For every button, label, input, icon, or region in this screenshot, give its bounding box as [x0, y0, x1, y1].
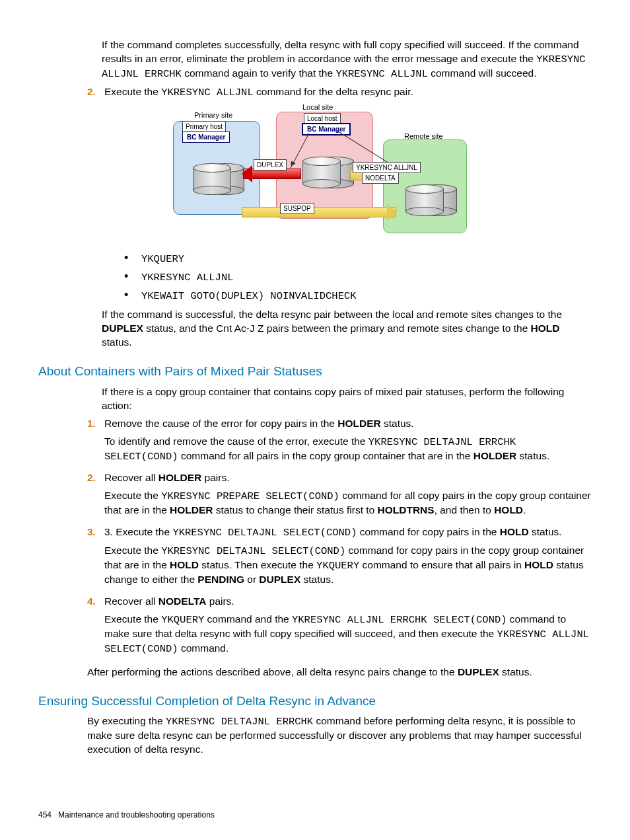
text: . [523, 504, 526, 515]
step-body: Recover all NODELTA pairs. Execute the Y… [104, 595, 592, 660]
code-inline: YKRESYNC DELTAJNL ERRCHK [166, 716, 313, 728]
text: status. Then execute the [199, 559, 316, 570]
bc-manager-local: BC Manager [302, 124, 350, 135]
text: status. [516, 450, 549, 461]
paragraph: After performing the actions described a… [87, 666, 592, 679]
code-line: YKEWAIT GOTO(DUPLEX) NOINVALIDCHECK [141, 289, 357, 303]
status-holder: HOLDER [337, 418, 380, 429]
bullet-list: •YKQUERY •YKRESYNC ALLJNL •YKEWAIT GOTO(… [124, 252, 592, 303]
text: status. [529, 526, 562, 537]
text: 3. Execute the [104, 526, 172, 537]
code-inline: YKRESYNC ALLJNL [161, 87, 254, 98]
cylinder-icon [193, 163, 230, 195]
text: Execute the [104, 86, 161, 97]
step-number: 3. [87, 525, 104, 591]
text: Recover all [104, 595, 158, 607]
text: Execute the [104, 545, 161, 556]
paragraph: If there is a copy group container that … [102, 385, 592, 413]
label-local-host: Local host [304, 113, 341, 125]
text: status to change their status first to [213, 504, 378, 515]
step-body: 3. Execute the YKRESYNC DELTAJNL SELECT(… [104, 525, 592, 591]
page-number: 454 [38, 810, 52, 820]
cylinder-icon [302, 157, 339, 188]
bc-manager-primary: BC Manager [182, 132, 230, 143]
step-body: Recover all HOLDER pairs. Execute the YK… [104, 471, 592, 521]
step-number: 2. [87, 471, 104, 521]
intro-paragraph: If the command completes successfully, d… [102, 38, 592, 81]
status-hold: HOLD [170, 559, 199, 570]
step-body: Remove the cause of the error for copy p… [104, 417, 592, 468]
status-holdtrns: HOLDTRNS [378, 504, 435, 515]
text: status. [300, 574, 333, 585]
step-number: 2. [87, 85, 104, 248]
status-hold: HOLD [494, 504, 523, 515]
step-body: Execute the YKRESYNC ALLJNL command for … [104, 85, 592, 248]
text: pairs. [206, 595, 234, 607]
architecture-diagram: Primary site Local site Remote site Prim… [170, 106, 468, 239]
status-hold: HOLD [531, 323, 560, 334]
label-primary-host: Primary host [182, 121, 226, 133]
bullet-icon: • [124, 270, 141, 282]
label-local-site: Local site [302, 102, 333, 112]
text: pairs. [201, 472, 229, 483]
code-inline: YKQUERY [161, 614, 204, 626]
bullet-icon: • [124, 289, 141, 301]
text: Recover all [104, 472, 158, 483]
page-footer: 454 Maintenance and troubleshooting oper… [38, 810, 215, 820]
text: status, and the Cnt Ac-J Z pairs between… [143, 323, 531, 334]
code-inline: YKRESYNC PREPARE SELECT(COND) [161, 490, 339, 502]
heading-mixed-statuses: About Containers with Pairs of Mixed Pai… [38, 363, 592, 380]
paragraph: If the command is successful, the delta … [102, 308, 592, 350]
label-suspop: SUSPOP [280, 203, 314, 215]
step-number: 1. [87, 417, 104, 468]
text: command will succeed. [428, 67, 537, 79]
text: command for copy pairs in the [357, 526, 499, 537]
cylinder-icon [405, 184, 442, 216]
text: status. [102, 336, 132, 348]
text: status. [381, 418, 414, 429]
text: Remove the cause of the error for copy p… [104, 418, 337, 429]
label-duplex: DUPLEX [254, 159, 287, 171]
code-inline: YKRESYNC DELTAJNL SELECT(COND) [172, 527, 357, 539]
status-holder: HOLDER [473, 450, 516, 461]
status-hold: HOLD [524, 559, 553, 570]
code-line: YKRESYNC ALLJNL [141, 271, 234, 285]
text: command to ensure that all pairs in [359, 559, 524, 570]
code-inline: YKRESYNC DELTAJNL SELECT(COND) [161, 545, 345, 557]
label-remote-site: Remote site [404, 132, 443, 141]
text: command and the [204, 613, 292, 625]
text: command. [178, 642, 229, 654]
status-duplex: DUPLEX [458, 666, 499, 677]
label-ykresync: YKRESYNC ALLJNL [353, 162, 421, 174]
ordered-list: 1. Remove the cause of the error for cop… [87, 417, 592, 660]
code-inline: YKRESYNC ALLJNL [335, 68, 428, 80]
code-line: YKQUERY [141, 252, 184, 266]
status-holder: HOLDER [170, 504, 213, 515]
text: After performing the actions described a… [87, 666, 458, 677]
text: status. [499, 666, 532, 677]
text: command for all pairs in the copy group … [178, 450, 473, 461]
step-number: 4. [87, 595, 104, 660]
ordered-list: 2. Execute the YKRESYNC ALLJNL command f… [87, 85, 592, 248]
text: By executing the [87, 715, 166, 726]
text: , and then to [435, 504, 495, 515]
code-inline: YKQUERY [316, 560, 359, 572]
bullet-icon: • [124, 252, 141, 264]
code-inline: YKRESYNC ALLJNL ERRCHK SELECT(COND) [292, 614, 507, 626]
text: To identify and remove the cause of the … [104, 436, 368, 447]
status-nodelta: NODELTA [158, 595, 207, 607]
text: If the command is successful, the delta … [102, 309, 562, 320]
status-pending: PENDING [197, 574, 244, 585]
text: Execute the [104, 613, 161, 625]
text: Execute the [104, 490, 161, 501]
text: command again to verify that the [182, 67, 335, 79]
yellow-arrow-icon [242, 207, 396, 217]
paragraph: By executing the YKRESYNC DELTAJNL ERRCH… [87, 714, 592, 757]
status-hold: HOLD [500, 526, 529, 537]
status-duplex: DUPLEX [102, 323, 143, 334]
label-primary-site: Primary site [194, 110, 232, 120]
text: If the command completes successfully, d… [102, 39, 579, 64]
text: If there is a copy group container that … [102, 385, 592, 413]
status-holder: HOLDER [158, 472, 201, 483]
text: or [244, 574, 259, 585]
